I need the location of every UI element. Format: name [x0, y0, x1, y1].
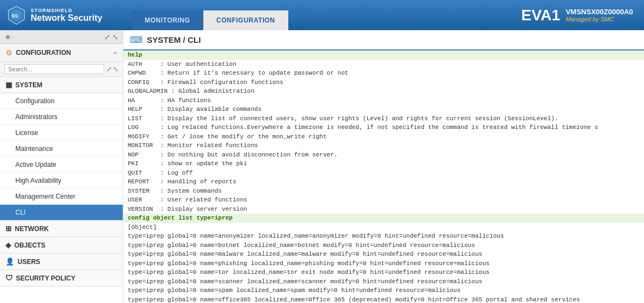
- cli-line: type=iprep global=0 name=malware localiz…: [123, 250, 644, 259]
- security-icon: 🛡: [5, 274, 13, 282]
- security-policy-group-label: SECURITY POLICY: [16, 274, 75, 282]
- cli-output[interactable]: helpAUTH : User authenticationCHPWD : Re…: [123, 50, 644, 303]
- cli-line: LOG : Log related functions.Everywhere a…: [123, 123, 644, 132]
- cli-line: REPORT : Handling of reports: [123, 177, 644, 187]
- cli-line: type=iprep global=0 name=phishing locali…: [123, 259, 644, 268]
- sidebar-section-configuration[interactable]: ⚙ CONFIGURATION −: [0, 44, 123, 62]
- gear-icon: ⚙: [5, 48, 13, 57]
- cli-line: USER : User related functions: [123, 195, 644, 205]
- content-header: ⌨ SYSTEM / CLI: [123, 30, 644, 50]
- cli-icon: ⌨: [130, 35, 143, 45]
- sidebar-group-users[interactable]: 👤 USERS: [0, 254, 123, 270]
- collapse-icon[interactable]: ⤡: [112, 33, 118, 41]
- sidebar-group-objects[interactable]: ◈ OBJECTS: [0, 237, 123, 254]
- expand-icon[interactable]: ⤢: [104, 33, 110, 41]
- content-title: SYSTEM / CLI: [147, 35, 201, 44]
- cli-line: type=iprep global=0 name=tor localized_n…: [123, 268, 644, 277]
- sidebar-item-maintenance[interactable]: Maintenance: [0, 141, 123, 157]
- cli-line: help: [123, 50, 644, 60]
- objects-icon: ◈: [5, 241, 11, 249]
- sidebar: ★· ⤢ ⤡ ⚙ CONFIGURATION − ⤢ ⤡ ▦ SYSTEM: [0, 30, 123, 303]
- cli-line: MODIFY : Get / lose the modify or the mo…: [123, 132, 644, 142]
- device-managed: Managed by SMC: [566, 16, 633, 23]
- stormshield-logo: SS: [7, 5, 26, 25]
- svg-text:SS: SS: [12, 13, 18, 18]
- tab-configuration[interactable]: CONFIGURATION: [203, 10, 288, 30]
- expand-tree-icon[interactable]: ⤡: [113, 65, 118, 73]
- users-icon: 👤: [5, 257, 14, 266]
- logo-text: STORMSHIELD Network Security v4.0.3: [31, 8, 102, 23]
- sidebar-item-cli[interactable]: CLI: [0, 205, 123, 221]
- search-icons: ⤢ ⤡: [106, 65, 118, 73]
- sidebar-group-network[interactable]: ⊞ NETWORK: [0, 221, 123, 237]
- content-area: ⌨ SYSTEM / CLI helpAUTH : User authentic…: [123, 30, 644, 303]
- cli-line: HA : HA functions: [123, 96, 644, 105]
- cli-line: type=iprep global=0 name=scanner localiz…: [123, 277, 644, 287]
- cli-line: CONFIG : Firewall configuration function…: [123, 78, 644, 87]
- device-info: EVA1 VMSNSX00Z0000A0 Managed by SMC: [510, 7, 644, 24]
- sidebar-item-configuration[interactable]: Configuration: [0, 93, 123, 109]
- main-layout: ★· ⤢ ⤡ ⚙ CONFIGURATION − ⤢ ⤡ ▦ SYSTEM: [0, 30, 644, 303]
- cli-line: type=iprep global=0 name=anonymizer loca…: [123, 232, 644, 241]
- network-icon: ⊞: [5, 225, 12, 233]
- system-group-label: SYSTEM: [15, 81, 42, 89]
- top-bar: SS STORMSHIELD Network Security v4.0.3 M…: [0, 0, 644, 30]
- cli-line: AUTH : User authentication: [123, 60, 644, 69]
- logo-area: SS STORMSHIELD Network Security v4.0.3: [0, 5, 132, 25]
- sidebar-toolbar: ★· ⤢ ⤡: [0, 30, 123, 44]
- cli-line: VERSION : Display server version: [123, 205, 644, 214]
- cli-line: MONITOR : Monitor related functions: [123, 141, 644, 150]
- users-group-label: USERS: [18, 258, 40, 266]
- sidebar-toolbar-icons: ⤢ ⤡: [104, 33, 118, 41]
- sidebar-group-security-policy[interactable]: 🛡 SECURITY POLICY: [0, 270, 123, 287]
- sidebar-item-license[interactable]: License: [0, 125, 123, 141]
- cli-line: PKI : show or update the pki: [123, 159, 644, 169]
- cli-line: NOP : Do nothing but avoid disconnection…: [123, 150, 644, 160]
- system-icon: ▦: [5, 81, 12, 89]
- tabs-nav: MONITORING CONFIGURATION: [132, 0, 505, 30]
- product-name: Network Security: [31, 13, 102, 23]
- cli-line: SYSTEM : System commands: [123, 187, 644, 196]
- sidebar-items: Configuration Administrators License Mai…: [0, 93, 123, 221]
- device-id: VMSNSX00Z0000A0: [566, 8, 633, 16]
- cli-line: config object list type=iprep: [123, 214, 644, 223]
- sidebar-item-management-center[interactable]: Management Center: [0, 189, 123, 205]
- fit-icon[interactable]: ⤢: [106, 65, 112, 73]
- sidebar-group-system[interactable]: ▦ SYSTEM: [0, 77, 123, 93]
- objects-group-label: OBJECTS: [14, 242, 45, 249]
- cli-line: CHPWD : Return if it's necessary to upda…: [123, 69, 644, 78]
- sidebar-item-high-availability[interactable]: High Availability: [0, 173, 123, 189]
- sidebar-item-administrators[interactable]: Administrators: [0, 109, 123, 125]
- device-id-block: VMSNSX00Z0000A0 Managed by SMC: [566, 8, 633, 23]
- cli-line: type=iprep global=0 name=office365 local…: [123, 295, 644, 304]
- brand-name: STORMSHIELD: [31, 8, 102, 13]
- cli-line: type=iprep global=0 name=spam localized_…: [123, 286, 644, 295]
- search-box: ⤢ ⤡: [0, 62, 123, 77]
- sidebar-item-active-update[interactable]: Active Update: [0, 157, 123, 173]
- network-group-label: NETWORK: [15, 225, 49, 233]
- star-icon: ★·: [4, 32, 14, 41]
- cli-line: HELP : Display available commands: [123, 105, 644, 114]
- sidebar-section-label: CONFIGURATION: [16, 49, 113, 57]
- device-name: EVA1: [521, 7, 560, 24]
- search-input[interactable]: [4, 64, 104, 74]
- cli-line: type=iprep global=0 name=botnet localize…: [123, 241, 644, 250]
- minus-icon: −: [113, 48, 117, 57]
- cli-line: GLOBALADMIN : Global administration: [123, 87, 644, 96]
- cli-line: [Object]: [123, 223, 644, 232]
- tab-monitoring[interactable]: MONITORING: [132, 10, 203, 30]
- cli-line: QUIT : Log off: [123, 169, 644, 178]
- cli-line: LIST : Display the list of connected use…: [123, 114, 644, 124]
